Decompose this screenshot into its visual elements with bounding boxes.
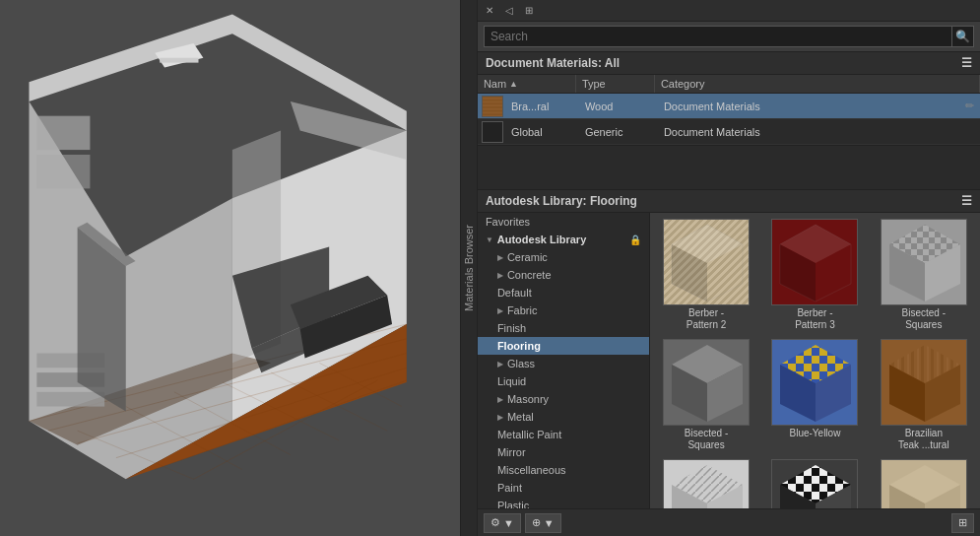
col-header-type[interactable]: Type	[576, 75, 655, 93]
add-button[interactable]: ⊕ ▼	[525, 513, 561, 533]
material-cell-berber2[interactable]: Berber -Pattern 2	[654, 217, 758, 333]
sort-arrow: ▲	[509, 79, 518, 89]
tree-item-finish[interactable]: Finish	[478, 319, 649, 337]
tree-item-fabric[interactable]: ▶ Fabric	[478, 302, 649, 319]
search-input[interactable]	[484, 26, 952, 47]
tree-item-label: Autodesk Library	[497, 234, 586, 245]
tree-item-flooring[interactable]: Flooring	[478, 337, 649, 355]
content-area: Favorites ▼ Autodesk Library 🔒 ▶ Ceramic…	[478, 213, 980, 508]
material-thumb-extra	[881, 459, 967, 508]
col-header-name[interactable]: Nam ▲	[478, 75, 576, 93]
tree-item-ceramic[interactable]: ▶ Ceramic	[478, 248, 649, 266]
tree-item-default[interactable]: Default	[478, 284, 649, 302]
tree-item-label: Masonry	[507, 393, 549, 405]
material-cell-extra[interactable]	[872, 457, 976, 508]
expand-grid-button[interactable]: ⊞	[951, 513, 974, 533]
row-type-1: Wood	[581, 99, 660, 114]
viewport-3d[interactable]	[0, 0, 460, 536]
tree-item-glass[interactable]: ▶ Glass	[478, 355, 649, 372]
doc-materials-header: Document Materials: All ☰	[478, 52, 980, 75]
search-bar: 🔍	[478, 22, 980, 52]
gear-dropdown-icon: ▼	[503, 517, 514, 529]
tree-item-label: Favorites	[486, 216, 530, 228]
material-cell-berber3[interactable]: Berber -Pattern 3	[762, 217, 867, 333]
expand-triangle-icon: ▶	[497, 271, 503, 280]
expand-button[interactable]: ⊞	[521, 3, 537, 19]
material-cell-checkerboard[interactable]	[762, 457, 867, 508]
row-cat-2: Document Materials	[660, 124, 980, 140]
add-icon: ⊕	[532, 516, 541, 529]
expand-triangle-icon: ▶	[497, 360, 503, 368]
tree-item-paint[interactable]: Paint	[478, 479, 649, 497]
tree-item-label: Fabric	[507, 304, 538, 316]
material-cell-bottom1[interactable]	[654, 457, 758, 508]
empty-table-area	[478, 146, 980, 190]
tree-item-masonry[interactable]: ▶ Masonry	[478, 390, 649, 408]
material-cell-brazilian-teak[interactable]: BrazilianTeak ...tural	[872, 337, 976, 453]
tree-item-label: Miscellaneous	[497, 464, 566, 476]
gear-icon: ⚙	[490, 516, 500, 529]
search-button[interactable]: 🔍	[952, 26, 974, 47]
tree-item-label: Metallic Paint	[497, 429, 561, 440]
material-thumb-berber2	[663, 219, 750, 305]
col-header-category[interactable]: Category	[655, 75, 980, 93]
material-thumb-2	[482, 121, 503, 143]
tree-item-mirror[interactable]: Mirror	[478, 443, 649, 461]
svg-rect-19	[36, 155, 90, 188]
svg-rect-26	[160, 58, 198, 63]
tree-item-favorites[interactable]: Favorites	[478, 213, 649, 231]
material-thumb-bottom1	[663, 459, 750, 508]
expand-triangle-icon: ▶	[497, 306, 503, 315]
table-row[interactable]: Bra...ral Wood Document Materials ✏	[478, 94, 980, 119]
tree-item-label: Default	[497, 287, 532, 299]
material-thumb-checkerboard	[771, 459, 858, 508]
material-thumb-1	[482, 96, 503, 117]
lock-icon: 🔒	[629, 234, 641, 245]
pin-button[interactable]: ◁	[501, 3, 517, 19]
row-type-2: Generic	[581, 124, 660, 140]
material-thumb-bisected2	[663, 339, 750, 426]
tree-item-label: Liquid	[497, 375, 526, 387]
tree-item-autodesk-library[interactable]: ▼ Autodesk Library 🔒	[478, 231, 649, 248]
bottom-bar: ⚙ ▼ ⊕ ▼ ⊞	[478, 508, 980, 536]
expand-triangle-icon: ▶	[497, 395, 503, 404]
material-label-bisected1: Bisected -Squares	[902, 307, 946, 331]
expand-triangle-icon: ▼	[486, 235, 493, 244]
row-cat-1: Document Materials	[660, 99, 965, 114]
tree-item-miscellaneous[interactable]: Miscellaneous	[478, 461, 649, 479]
doc-materials-menu-icon[interactable]: ☰	[961, 56, 972, 70]
library-menu-icon[interactable]: ☰	[961, 194, 972, 208]
svg-rect-18	[36, 116, 90, 150]
tree-item-metal[interactable]: ▶ Metal	[478, 408, 649, 426]
table-row[interactable]: Global Generic Document Materials	[478, 119, 980, 145]
tree-item-label: Glass	[507, 358, 535, 369]
material-cell-blue-yellow[interactable]: Blue-Yellow	[762, 337, 867, 453]
material-cell-bisected-squares-2[interactable]: Bisected -Squares	[654, 337, 758, 453]
doc-materials-title: Document Materials: All	[486, 56, 620, 70]
tree-item-label: Plastic	[497, 500, 529, 508]
close-button[interactable]: ✕	[482, 3, 497, 19]
tree-item-metallic-paint[interactable]: Metallic Paint	[478, 426, 649, 443]
tree-item-plastic[interactable]: Plastic	[478, 497, 649, 508]
library-header: Autodesk Library: Flooring ☰	[478, 190, 980, 213]
expand-icon: ⊞	[958, 516, 967, 529]
tree-item-label: Flooring	[497, 340, 541, 352]
row-name-1: Bra...ral	[507, 99, 581, 114]
doc-materials-table: Nam ▲ Type Category Bra...ral Wood Docum…	[478, 75, 980, 146]
svg-rect-22	[36, 392, 104, 407]
tree-item-concrete[interactable]: ▶ Concrete	[478, 266, 649, 284]
gear-button[interactable]: ⚙ ▼	[484, 513, 521, 533]
tree-item-label: Mirror	[497, 446, 526, 458]
table-header: Nam ▲ Type Category	[478, 75, 980, 94]
material-grid: Berber -Pattern 2 Berber -Pattern 3	[654, 217, 976, 508]
add-dropdown-icon: ▼	[544, 517, 555, 529]
material-thumb-blue-yellow	[771, 339, 858, 426]
tree-item-label: Ceramic	[507, 251, 548, 263]
tree-panel: Favorites ▼ Autodesk Library 🔒 ▶ Ceramic…	[478, 213, 650, 508]
material-label-blue-yellow: Blue-Yellow	[789, 428, 840, 439]
tree-item-liquid[interactable]: Liquid	[478, 372, 649, 390]
edit-icon-1[interactable]: ✏	[965, 100, 974, 112]
material-label-bisected2: Bisected -Squares	[685, 428, 728, 451]
tree-item-label: Finish	[497, 322, 526, 334]
material-cell-bisected-squares-1[interactable]: Bisected -Squares	[872, 217, 976, 333]
